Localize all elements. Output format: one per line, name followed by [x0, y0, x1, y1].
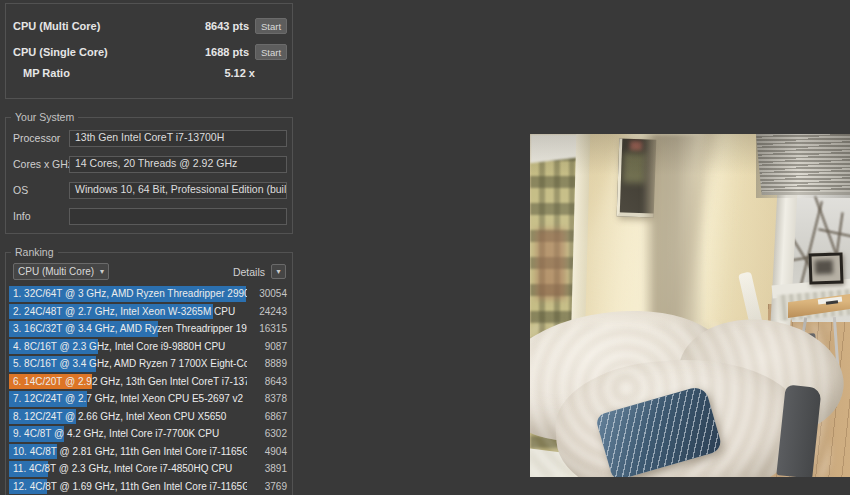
benchmark-score-value: 5.12 x	[224, 67, 255, 79]
system-field-label: Info	[13, 210, 69, 222]
ranking-list: 1. 32C/64T @ 3 GHz, AMD Ryzen Threadripp…	[9, 286, 289, 495]
ranking-score: 8378	[249, 391, 287, 407]
ranking-score: 8643	[249, 374, 287, 390]
ranking-filter-value: CPU (Multi Core)	[18, 266, 100, 277]
ranking-row[interactable]: 9. 4C/8T @ 4.2 GHz, Intel Core i7-7700K …	[9, 426, 289, 442]
system-field-input[interactable]: 14 Cores, 20 Threads @ 2.92 GHz	[69, 156, 287, 173]
system-field-label: OS	[13, 184, 69, 196]
ranking-cpu-label: 9. 4C/8T @ 4.2 GHz, Intel Core i7-7700K …	[13, 426, 247, 442]
system-field-input[interactable]	[69, 208, 287, 225]
ranking-score: 4904	[249, 444, 287, 460]
details-group: Details ▾	[233, 264, 286, 279]
chevron-down-icon: ▾	[100, 267, 104, 276]
benchmark-score-row: CPU (Single Core) 1688 pts Start	[13, 43, 287, 61]
ranking-score: 24243	[249, 304, 287, 320]
ranking-row[interactable]: 2. 24C/48T @ 2.7 GHz, Intel Xeon W-3265M…	[9, 304, 289, 320]
ranking-cpu-label: 10. 4C/8T @ 2.81 GHz, 11th Gen Intel Cor…	[13, 444, 247, 460]
system-info-row: Info	[13, 207, 287, 225]
ranking-legend: Ranking	[11, 246, 58, 259]
your-system-legend: Your System	[11, 111, 78, 124]
start-button[interactable]: Start	[255, 44, 287, 60]
ranking-cpu-label: 7. 12C/24T @ 2.7 GHz, Intel Xeon CPU E5-…	[13, 391, 247, 407]
benchmark-score-row: MP Ratio 5.12 x	[13, 64, 287, 82]
ranking-cpu-label: 2. 24C/48T @ 2.7 GHz, Intel Xeon W-3265M…	[13, 304, 247, 320]
chevron-down-icon: ▾	[276, 267, 280, 276]
benchmark-test-label: CPU (Multi Core)	[13, 20, 205, 32]
ranking-cpu-label: 3. 16C/32T @ 3.4 GHz, AMD Ryzen Threadri…	[13, 321, 247, 337]
benchmark-scores-box: CPU (Multi Core) 8643 pts Start CPU (Sin…	[5, 3, 293, 99]
system-info-row: Cores x GHz 14 Cores, 20 Threads @ 2.92 …	[13, 155, 287, 173]
ranking-score: 16315	[249, 321, 287, 337]
ranking-cpu-label: 4. 8C/16T @ 2.3 GHz, Intel Core i9-9880H…	[13, 339, 247, 355]
system-field-input[interactable]: Windows 10, 64 Bit, Professional Edition…	[69, 182, 287, 199]
system-info-row: OS Windows 10, 64 Bit, Professional Edit…	[13, 181, 287, 199]
ranking-score: 3891	[249, 461, 287, 477]
benchmark-score-row: CPU (Multi Core) 8643 pts Start	[13, 17, 287, 35]
ranking-row[interactable]: 10. 4C/8T @ 2.81 GHz, 11th Gen Intel Cor…	[9, 444, 289, 460]
ranking-row[interactable]: 11. 4C/8T @ 2.3 GHz, Intel Core i7-4850H…	[9, 461, 289, 477]
start-button[interactable]: Start	[255, 18, 287, 34]
photo-sill-picture-frame	[808, 252, 843, 284]
ranking-score: 3769	[249, 479, 287, 495]
ranking-row[interactable]: 4. 8C/16T @ 2.3 GHz, Intel Core i9-9880H…	[9, 339, 289, 355]
ranking-score: 30054	[249, 286, 287, 302]
ranking-score: 9087	[249, 339, 287, 355]
benchmark-score-value: 1688 pts	[205, 46, 249, 58]
ranking-cpu-label: 5. 8C/16T @ 3.4 GHz, AMD Ryzen 7 1700X E…	[13, 356, 247, 372]
ranking-row[interactable]: 5. 8C/16T @ 3.4 GHz, AMD Ryzen 7 1700X E…	[9, 356, 289, 372]
ranking-row[interactable]: 3. 16C/32T @ 3.4 GHz, AMD Ryzen Threadri…	[9, 321, 289, 337]
ranking-row[interactable]: 6. 14C/20T @ 2.92 GHz, 13th Gen Intel Co…	[9, 374, 289, 390]
ranking-score: 8889	[249, 356, 287, 372]
system-field-label: Processor	[13, 132, 69, 144]
details-dropdown-button[interactable]: ▾	[271, 264, 286, 279]
benchmark-test-label: CPU (Single Core)	[13, 46, 205, 58]
ranking-cpu-label: 6. 14C/20T @ 2.92 GHz, 13th Gen Intel Co…	[13, 374, 247, 390]
benchmark-test-label: MP Ratio	[13, 67, 224, 79]
ranking-cpu-label: 1. 32C/64T @ 3 GHz, AMD Ryzen Threadripp…	[13, 286, 247, 302]
render-preview	[530, 134, 850, 477]
ranking-row[interactable]: 1. 32C/64T @ 3 GHz, AMD Ryzen Threadripp…	[9, 286, 289, 302]
your-system-box: Your System Processor 13th Gen Intel Cor…	[5, 117, 293, 234]
ranking-cpu-label: 12. 4C/8T @ 1.69 GHz, 11th Gen Intel Cor…	[13, 479, 247, 495]
ranking-box: Ranking CPU (Multi Core) ▾ Details ▾ 1. …	[5, 252, 293, 495]
ranking-score: 6867	[249, 409, 287, 425]
system-field-input[interactable]: 13th Gen Intel CoreT i7-13700H	[69, 130, 287, 147]
details-label: Details	[233, 266, 265, 278]
system-field-label: Cores x GHz	[13, 158, 69, 170]
ranking-row[interactable]: 8. 12C/24T @ 2.66 GHz, Intel Xeon CPU X5…	[9, 409, 289, 425]
ranking-row[interactable]: 12. 4C/8T @ 1.69 GHz, 11th Gen Intel Cor…	[9, 479, 289, 495]
system-info-row: Processor 13th Gen Intel CoreT i7-13700H	[13, 129, 287, 147]
photo-blinds-sheen	[756, 134, 850, 198]
ranking-filter-dropdown[interactable]: CPU (Multi Core) ▾	[13, 263, 109, 280]
ranking-row[interactable]: 7. 12C/24T @ 2.7 GHz, Intel Xeon CPU E5-…	[9, 391, 289, 407]
ranking-controls: CPU (Multi Core) ▾ Details ▾	[13, 263, 286, 280]
ranking-cpu-label: 11. 4C/8T @ 2.3 GHz, Intel Core i7-4850H…	[13, 461, 247, 477]
ranking-cpu-label: 8. 12C/24T @ 2.66 GHz, Intel Xeon CPU X5…	[13, 409, 247, 425]
benchmark-score-value: 8643 pts	[205, 20, 249, 32]
ranking-score: 6302	[249, 426, 287, 442]
